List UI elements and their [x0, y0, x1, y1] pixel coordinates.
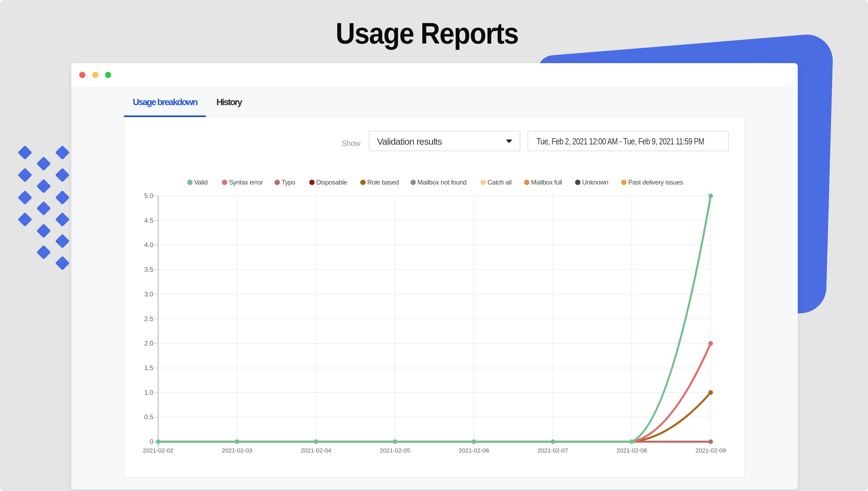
svg-text:4.0: 4.0 [144, 241, 153, 249]
svg-text:2021-02-09: 2021-02-09 [696, 447, 726, 454]
svg-text:2021-02-07: 2021-02-07 [538, 447, 568, 454]
svg-text:1.0: 1.0 [144, 389, 153, 396]
svg-text:2021-02-04: 2021-02-04 [301, 447, 331, 454]
svg-text:2021-02-08: 2021-02-08 [617, 447, 647, 454]
svg-text:2021-02-03: 2021-02-03 [222, 447, 252, 454]
svg-text:2.5: 2.5 [144, 315, 153, 322]
svg-text:2021-02-06: 2021-02-06 [459, 447, 489, 454]
svg-text:3.5: 3.5 [144, 266, 153, 273]
svg-text:3.0: 3.0 [144, 290, 153, 298]
svg-text:0.5: 0.5 [144, 413, 153, 421]
svg-text:4.5: 4.5 [144, 217, 153, 224]
svg-text:2021-02-02: 2021-02-02 [143, 447, 173, 454]
svg-text:2.0: 2.0 [144, 340, 153, 347]
svg-text:0: 0 [150, 438, 153, 445]
svg-text:1.5: 1.5 [144, 364, 153, 372]
svg-text:5.0: 5.0 [144, 192, 153, 199]
svg-text:2021-02-05: 2021-02-05 [380, 447, 410, 454]
